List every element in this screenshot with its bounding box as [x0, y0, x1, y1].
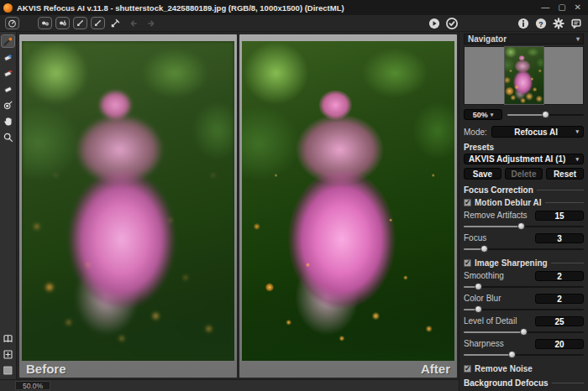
post-image-button[interactable] — [91, 17, 105, 29]
remove-artifacts-param: Remove Artifacts 15 — [464, 210, 584, 231]
level-of-detail-value[interactable]: 25 — [535, 316, 584, 326]
mode-value: Refocus AI — [496, 128, 576, 137]
remove-noise-label: Remove Noise — [475, 364, 533, 373]
delete-preset-button[interactable]: Delete — [505, 168, 543, 180]
slider-thumb[interactable] — [520, 328, 528, 336]
remove-artifacts-value[interactable]: 15 — [535, 211, 584, 221]
slider-thumb[interactable] — [475, 305, 482, 313]
after-photo[interactable] — [242, 41, 454, 361]
settings-panel: Navigator ▾ 50% ▾ Mode: Refocus AI ▾ — [459, 32, 588, 391]
workspace-button[interactable] — [5, 17, 19, 29]
app-window: AKVIS Refocus AI v.11.8 - shutterstock_2… — [0, 0, 588, 391]
level-of-detail-param: Level of Detail 25 — [464, 315, 584, 336]
chevron-down-icon: ▾ — [575, 156, 579, 163]
apply-button[interactable] — [444, 17, 459, 29]
image-sharpening-label: Image Sharpening — [475, 258, 548, 268]
mode-select[interactable]: Refocus AI ▾ — [491, 126, 584, 138]
print-button[interactable] — [73, 17, 87, 29]
statusbar: 50.0% — [0, 379, 459, 391]
navigator-thumbnail[interactable] — [505, 47, 543, 104]
chevron-down-icon: ▾ — [575, 128, 579, 135]
color-blur-param: Color Blur 2 — [464, 293, 584, 314]
toolbar: ? — [0, 15, 588, 32]
navigator-preview — [464, 46, 584, 105]
save-preset-button[interactable]: Save — [464, 168, 501, 180]
window-title: AKVIS Refocus AI v.11.8 - shutterstock_2… — [17, 3, 541, 13]
remove-noise-checkbox[interactable] — [464, 365, 471, 373]
maximize-button[interactable]: ▢ — [558, 0, 565, 15]
share-button[interactable] — [108, 17, 123, 29]
close-button[interactable]: ✕ — [575, 0, 581, 15]
background-color-swatch[interactable] — [1, 363, 15, 377]
zoom-slider[interactable] — [507, 110, 584, 119]
statusbar-zoom-value: 50.0% — [15, 381, 50, 390]
svg-text:?: ? — [538, 19, 543, 28]
motion-deblur-checkbox[interactable] — [464, 199, 471, 206]
after-label: After — [242, 362, 454, 376]
zoom-tool[interactable] — [1, 130, 15, 143]
remove-noise-checkbox-row: Remove Noise — [464, 364, 584, 373]
before-label: Before — [22, 362, 234, 376]
tool-palette — [0, 32, 17, 379]
before-photo[interactable] — [22, 41, 234, 361]
help-button[interactable]: ? — [533, 17, 548, 29]
focus-param: Focus 3 — [464, 232, 584, 253]
mode-label: Mode: — [464, 128, 487, 137]
feedback-button[interactable] — [569, 17, 583, 29]
window-layout-toggle[interactable] — [1, 347, 15, 361]
titlebar: AKVIS Refocus AI v.11.8 - shutterstock_2… — [0, 0, 588, 15]
image-viewport: Before After — [17, 32, 459, 379]
eraser-tool[interactable] — [1, 82, 15, 96]
motion-deblur-checkbox-row: Motion Deblur AI — [464, 198, 584, 207]
image-sharpening-checkbox[interactable] — [464, 259, 471, 267]
smoothing-slider[interactable] — [464, 282, 584, 291]
info-button[interactable] — [516, 17, 530, 29]
zoom-level-select[interactable]: 50% ▾ — [464, 109, 502, 120]
sharpness-param: Sharpness 20 — [464, 338, 584, 359]
preset-select[interactable]: AKVIS Adjustment AI (1) ▾ — [464, 154, 584, 164]
save-image-button[interactable] — [55, 17, 70, 29]
slider-thumb[interactable] — [517, 222, 525, 230]
navigator-title: Navigator — [468, 34, 507, 44]
focus-value[interactable]: 3 — [535, 233, 584, 243]
level-of-detail-slider[interactable] — [464, 327, 584, 336]
smoothing-value[interactable]: 2 — [535, 271, 584, 281]
keep-area-brush-tool[interactable] — [1, 50, 15, 64]
color-blur-slider[interactable] — [464, 305, 584, 314]
slider-thumb[interactable] — [475, 283, 482, 290]
preview-brush-tool[interactable] — [1, 34, 15, 48]
zoom-level-value: 50% — [473, 111, 488, 119]
preset-value: AKVIS Adjustment AI (1) — [469, 154, 575, 164]
app-logo-icon — [3, 3, 13, 13]
slider-thumb[interactable] — [508, 351, 516, 358]
sharpness-slider[interactable] — [464, 350, 584, 359]
drop-area-brush-tool[interactable] — [1, 66, 15, 80]
motion-deblur-label: Motion Deblur AI — [475, 198, 542, 207]
navigator-header[interactable]: Navigator ▾ — [464, 34, 584, 44]
sharpness-value[interactable]: 20 — [535, 339, 584, 349]
background-defocus-header: Background Defocus — [464, 378, 584, 388]
after-pane: After — [239, 34, 457, 378]
smoothing-param: Smoothing 2 — [464, 270, 584, 291]
undo-button[interactable] — [126, 17, 140, 29]
color-blur-value[interactable]: 2 — [535, 294, 584, 304]
hand-tool[interactable] — [1, 114, 15, 128]
image-sharpening-checkbox-row: Image Sharpening — [464, 258, 584, 268]
focus-correction-header: Focus Correction — [464, 185, 584, 195]
open-image-button[interactable] — [38, 17, 52, 29]
slider-thumb[interactable] — [480, 245, 488, 253]
history-brush-tool[interactable] — [1, 98, 15, 112]
remove-artifacts-slider[interactable] — [464, 222, 584, 231]
minimize-button[interactable]: — — [541, 0, 549, 15]
redo-button[interactable] — [144, 17, 158, 29]
zoom-slider-thumb[interactable] — [542, 111, 549, 118]
chevron-down-icon: ▾ — [576, 35, 580, 43]
reset-preset-button[interactable]: Reset — [546, 168, 584, 180]
focus-slider[interactable] — [464, 244, 584, 253]
preferences-button[interactable] — [551, 17, 565, 29]
run-button[interactable] — [427, 17, 441, 29]
presets-label: Presets — [464, 143, 584, 152]
chevron-down-icon: ▾ — [491, 112, 494, 118]
before-pane: Before — [19, 34, 237, 378]
split-view-toggle[interactable] — [1, 331, 15, 345]
